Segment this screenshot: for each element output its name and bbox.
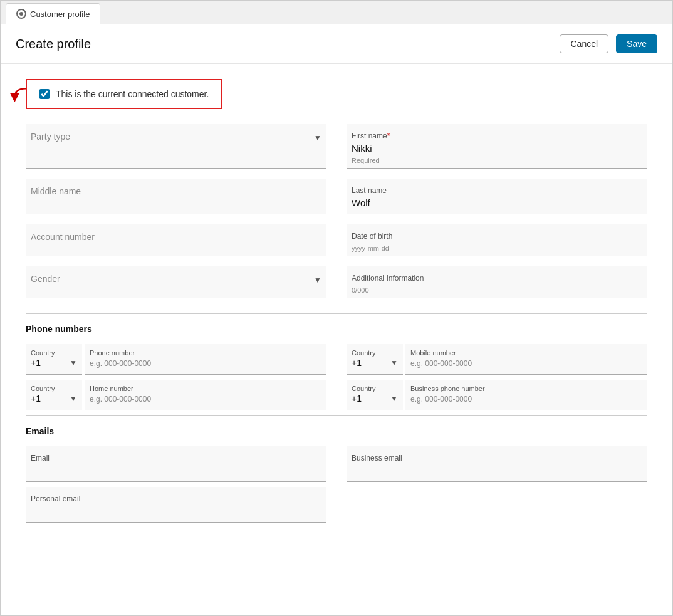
form-grid: Party type ▼ First name* Nikki Required … bbox=[26, 124, 647, 308]
save-button[interactable]: Save bbox=[616, 34, 657, 53]
notice-container: This is the current connected customer. bbox=[26, 79, 647, 109]
mobile-country-value-row: +1 ▼ bbox=[352, 358, 398, 368]
email-row-2-spacer bbox=[347, 487, 647, 523]
additional-info-label: Additional information bbox=[352, 274, 642, 283]
phone-country-arrow-icon: ▼ bbox=[70, 358, 77, 367]
date-of-birth-field[interactable]: Date of birth yyyy-mm-dd bbox=[347, 224, 647, 256]
tab-label: Customer profile bbox=[30, 9, 90, 19]
additional-info-field[interactable]: Additional information 0/000 bbox=[347, 266, 647, 298]
section-divider-email bbox=[26, 415, 647, 416]
home-number-hint: e.g. 000-000-0000 bbox=[90, 395, 321, 406]
home-country-field[interactable]: Country +1 ▼ bbox=[26, 380, 82, 410]
home-country-arrow-icon: ▼ bbox=[70, 394, 77, 403]
account-number-placeholder: Account number bbox=[31, 232, 321, 244]
business-number-field[interactable]: Business phone number e.g. 000-000-0000 bbox=[405, 380, 647, 410]
page-title: Create profile bbox=[16, 37, 91, 51]
gender-field[interactable]: Gender ▼ bbox=[26, 266, 326, 298]
email-row-2: Personal email bbox=[26, 487, 647, 523]
party-type-placeholder: Party type bbox=[31, 132, 70, 144]
home-number-label: Home number bbox=[90, 385, 321, 392]
tab-bar: Customer profile bbox=[1, 1, 672, 24]
middle-name-field[interactable]: Middle name bbox=[26, 179, 326, 214]
business-email-label: Business email bbox=[352, 454, 642, 462]
party-type-arrow-icon: ▼ bbox=[314, 133, 321, 142]
connected-customer-checkbox[interactable] bbox=[39, 89, 50, 99]
phone-number-label: Phone number bbox=[90, 349, 321, 357]
personal-email-value bbox=[31, 506, 321, 518]
party-type-field[interactable]: Party type ▼ bbox=[26, 124, 326, 169]
phone-country-label: Country bbox=[31, 349, 77, 357]
main-content: This is the current connected customer. … bbox=[1, 64, 672, 615]
cancel-button[interactable]: Cancel bbox=[560, 34, 608, 53]
email-value bbox=[31, 465, 321, 478]
phone-row-2: Country +1 ▼ Home number e.g. 000-000-00… bbox=[26, 380, 647, 410]
business-email-value bbox=[352, 465, 642, 478]
mobile-country-code: +1 bbox=[352, 358, 362, 368]
date-of-birth-hint: yyyy-mm-dd bbox=[352, 244, 642, 252]
arrow-indicator bbox=[6, 82, 28, 107]
mobile-pair: Country +1 ▼ Mobile number e.g. 000-000-… bbox=[347, 344, 647, 375]
phone-number-hint: e.g. 000-000-0000 bbox=[90, 359, 321, 370]
phone-number-field[interactable]: Phone number e.g. 000-000-0000 bbox=[85, 344, 326, 375]
notice-text: This is the current connected customer. bbox=[56, 89, 209, 99]
page-header: Create profile Cancel Save bbox=[1, 24, 672, 64]
phone-row-1: Country +1 ▼ Phone number e.g. 000-000-0… bbox=[26, 344, 647, 375]
required-indicator: * bbox=[387, 132, 390, 140]
last-name-value: Wolf bbox=[352, 197, 642, 210]
mobile-country-arrow-icon: ▼ bbox=[390, 358, 398, 367]
home-country-code: +1 bbox=[31, 394, 41, 404]
mobile-country-label: Country bbox=[352, 349, 398, 357]
business-number-label: Business phone number bbox=[410, 385, 642, 392]
email-label: Email bbox=[31, 454, 321, 462]
home-number-field[interactable]: Home number e.g. 000-000-0000 bbox=[85, 380, 326, 410]
tab-customer-profile[interactable]: Customer profile bbox=[6, 3, 100, 24]
business-country-code: +1 bbox=[352, 394, 362, 404]
first-name-hint: Required bbox=[352, 157, 642, 164]
phone-country-code: +1 bbox=[31, 358, 41, 368]
personal-email-field[interactable]: Personal email bbox=[26, 487, 326, 523]
business-number-hint: e.g. 000-000-0000 bbox=[410, 395, 642, 406]
notice-box: This is the current connected customer. bbox=[26, 79, 222, 109]
gender-placeholder: Gender bbox=[31, 274, 60, 286]
mobile-number-field[interactable]: Mobile number e.g. 000-000-0000 bbox=[405, 344, 647, 375]
last-name-label: Last name bbox=[352, 186, 642, 195]
arrow-icon bbox=[6, 82, 28, 105]
account-number-field[interactable]: Account number bbox=[26, 224, 326, 256]
middle-name-placeholder: Middle name bbox=[31, 186, 321, 199]
business-country-field[interactable]: Country +1 ▼ bbox=[347, 380, 403, 410]
mobile-number-hint: e.g. 000-000-0000 bbox=[410, 359, 642, 370]
additional-info-counter: 0/000 bbox=[352, 286, 642, 294]
last-name-field[interactable]: Last name Wolf bbox=[347, 179, 647, 214]
home-pair: Country +1 ▼ Home number e.g. 000-000-00… bbox=[26, 380, 326, 410]
phone-country-value-row: +1 ▼ bbox=[31, 358, 77, 368]
business-email-field[interactable]: Business email bbox=[347, 446, 647, 482]
person-icon bbox=[16, 9, 26, 19]
personal-email-label: Personal email bbox=[31, 494, 321, 503]
business-country-arrow-icon: ▼ bbox=[390, 394, 398, 403]
home-country-value-row: +1 ▼ bbox=[31, 394, 77, 404]
first-name-value: Nikki bbox=[352, 143, 642, 155]
section-divider-phone bbox=[26, 313, 647, 314]
mobile-number-label: Mobile number bbox=[410, 349, 642, 357]
mobile-country-field[interactable]: Country +1 ▼ bbox=[347, 344, 403, 375]
main-window: Customer profile Create profile Cancel S… bbox=[0, 0, 673, 616]
phone-country-field[interactable]: Country +1 ▼ bbox=[26, 344, 82, 375]
business-pair: Country +1 ▼ Business phone number e.g. … bbox=[347, 380, 647, 410]
gender-arrow-icon: ▼ bbox=[314, 276, 321, 285]
phone-numbers-heading: Phone numbers bbox=[26, 324, 647, 334]
date-of-birth-label: Date of birth bbox=[352, 232, 642, 241]
home-country-label: Country bbox=[31, 385, 77, 392]
email-row-1: Email Business email bbox=[26, 446, 647, 482]
phone-pair: Country +1 ▼ Phone number e.g. 000-000-0… bbox=[26, 344, 326, 375]
business-country-value-row: +1 ▼ bbox=[352, 394, 398, 404]
emails-heading: Emails bbox=[26, 426, 647, 436]
header-actions: Cancel Save bbox=[560, 34, 657, 53]
email-field[interactable]: Email bbox=[26, 446, 326, 482]
connected-customer-input[interactable] bbox=[39, 89, 50, 99]
first-name-field[interactable]: First name* Nikki Required bbox=[347, 124, 647, 169]
first-name-label: First name* bbox=[352, 132, 642, 140]
business-country-label: Country bbox=[352, 385, 398, 392]
